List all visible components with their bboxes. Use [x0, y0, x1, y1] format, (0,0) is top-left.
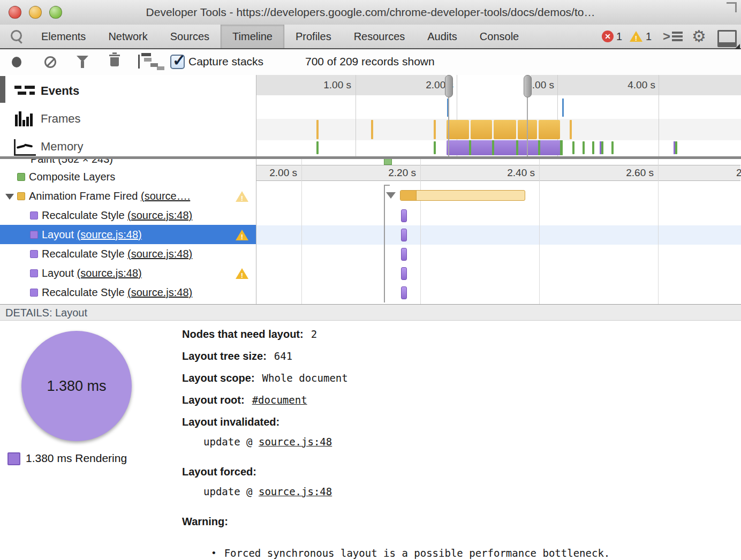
warning-label: Warning:: [182, 516, 228, 527]
record-label: Recalculate Style (source.js:48): [42, 283, 192, 302]
tab-elements[interactable]: Elements: [30, 25, 97, 48]
records-grid[interactable]: 2.00 s2.20 s2.40 s2.60 s2: [256, 159, 741, 304]
dock-side-icon[interactable]: [717, 30, 737, 47]
overview-sidebar: Events Frames Memory: [0, 75, 256, 156]
tab-profiles[interactable]: Profiles: [284, 25, 343, 48]
layout-event-bar[interactable]: [401, 229, 407, 241]
record-row[interactable]: Layout (source.js:48)!: [0, 225, 256, 244]
error-count: 1: [616, 25, 622, 48]
record-row[interactable]: Recalculate Style (source.js:48): [0, 206, 256, 225]
source-link[interactable]: (source.js:48): [127, 248, 192, 260]
pie-total-label: 1.380 ms: [21, 378, 132, 395]
records-tree: Paint (562 × 243)Composite Layers Animat…: [0, 159, 256, 304]
resize-corner-icon[interactable]: [727, 2, 737, 12]
record-title: Composite Layers: [29, 171, 115, 183]
records-shown-status: 700 of 209 records shown: [305, 49, 435, 75]
error-badge-icon[interactable]: ✕: [602, 31, 614, 42]
animation-frame-fired-bar[interactable]: [400, 190, 525, 201]
scripting-activity-bar: [494, 120, 516, 139]
source-link[interactable]: (source.js:48): [127, 209, 192, 221]
source-link[interactable]: (source.js:48): [77, 229, 142, 240]
grid-ruler-tick-label: 2: [736, 165, 741, 180]
selection-handle[interactable]: [524, 75, 532, 97]
gear-icon[interactable]: ⚙: [692, 26, 706, 47]
category-swatch-icon: [30, 211, 38, 220]
record-label: Layout (source.js:48): [42, 263, 142, 283]
property-value-link[interactable]: #document: [252, 394, 307, 406]
tab-network[interactable]: Network: [97, 25, 158, 48]
filter-icon[interactable]: [77, 56, 88, 62]
tab-audits[interactable]: Audits: [416, 25, 468, 48]
scripting-activity-tick: [316, 120, 319, 139]
legend-label: 1.380 ms Rendering: [26, 451, 127, 465]
rendering-activity-bar: [447, 140, 561, 155]
tab-console[interactable]: Console: [468, 25, 530, 48]
selection-handle[interactable]: [445, 75, 453, 97]
scripting-activity-tick: [371, 120, 373, 139]
overview-selection-window[interactable]: [446, 75, 531, 95]
grid-ruler-tick-label: 2.20 s: [388, 165, 416, 180]
tab-timeline[interactable]: Timeline: [221, 25, 284, 48]
overview-mode-frames[interactable]: Frames: [0, 107, 256, 131]
scripting-activity-tick: [570, 120, 572, 139]
record-row[interactable]: Composite Layers: [0, 167, 256, 186]
stack-source-link[interactable]: source.js:48: [259, 486, 332, 497]
warning-badge-icon[interactable]: !: [630, 31, 642, 42]
aggregated-time-pie: 1.380 ms: [21, 331, 132, 441]
category-swatch-icon: [17, 192, 25, 200]
scripting-activity-bar: [447, 120, 469, 139]
detail-property: Layout scope:Whole document: [182, 372, 717, 385]
layout-event-bar[interactable]: [401, 248, 407, 261]
record-row[interactable]: Layout (source.js:48)!: [0, 263, 256, 283]
stack-function: update @: [203, 436, 259, 448]
details-title-bar: DETAILS: Layout: [0, 304, 741, 321]
disclosure-triangle-icon[interactable]: [5, 194, 14, 200]
bullet-glyph: •: [212, 547, 216, 559]
disclosure-triangle-icon[interactable]: [386, 192, 396, 199]
clear-button[interactable]: [44, 56, 56, 68]
overview-mode-memory[interactable]: Memory: [0, 135, 256, 158]
record-button[interactable]: [12, 57, 21, 67]
overview-mode-label: Events: [41, 79, 79, 103]
layout-event-bar[interactable]: [401, 267, 407, 280]
tab-resources[interactable]: Resources: [343, 25, 417, 48]
details-properties: Nodes that need layout:2Layout tree size…: [182, 328, 717, 559]
layout-event-bar[interactable]: [401, 286, 407, 299]
record-row[interactable]: Animation Frame Fired (source….!: [0, 186, 256, 206]
overview-mode-label: Frames: [41, 107, 81, 131]
frames-mode-icon[interactable]: [138, 55, 163, 69]
grid-ruler-tick-label: 2.00 s: [269, 165, 297, 180]
detail-property: Layout invalidated:: [182, 415, 717, 429]
source-link[interactable]: (source.js:48): [77, 267, 142, 279]
record-label: Recalculate Style (source.js:48): [42, 244, 192, 263]
record-row[interactable]: Paint (562 × 243): [0, 159, 256, 167]
category-swatch-icon: [30, 250, 38, 258]
trash-icon[interactable]: [110, 57, 119, 66]
property-list: Nodes that need layout:2Layout tree size…: [182, 328, 717, 498]
painting-activity-tick: [583, 141, 585, 154]
warning-icon: !: [236, 268, 248, 279]
grid-gridline: [301, 159, 302, 304]
record-row[interactable]: Recalculate Style (source.js:48): [0, 283, 256, 302]
overview-graph[interactable]: 1.00 s2.00 s3.00 s4.00 s: [256, 75, 741, 156]
title-bar: Developer Tools - https://developers.goo…: [0, 0, 741, 25]
source-link[interactable]: (source.js:48): [127, 286, 192, 298]
stack-function: update @: [203, 486, 259, 497]
search-icon[interactable]: [11, 30, 22, 41]
console-drawer-icon[interactable]: >: [663, 29, 684, 43]
memory-icon: [14, 139, 36, 156]
grid-gridline: [420, 159, 421, 304]
overview-ruler-tick-label: 4.00 s: [627, 75, 655, 95]
property-value: 641: [274, 350, 292, 362]
layout-event-bar[interactable]: [401, 209, 407, 222]
record-row[interactable]: Recalculate Style (source.js:48): [0, 244, 256, 263]
stack-source-link[interactable]: source.js:48: [259, 436, 332, 448]
category-swatch-icon: [30, 289, 38, 297]
record-label: Layout (source.js:48): [42, 225, 142, 244]
overview-mode-events[interactable]: Events: [0, 79, 256, 103]
grid-gridline: [539, 159, 540, 304]
tab-sources[interactable]: Sources: [159, 25, 221, 48]
source-link[interactable]: (source….: [141, 190, 190, 202]
record-title: Layout: [42, 229, 77, 240]
capture-stacks-checkbox[interactable]: [170, 55, 185, 69]
